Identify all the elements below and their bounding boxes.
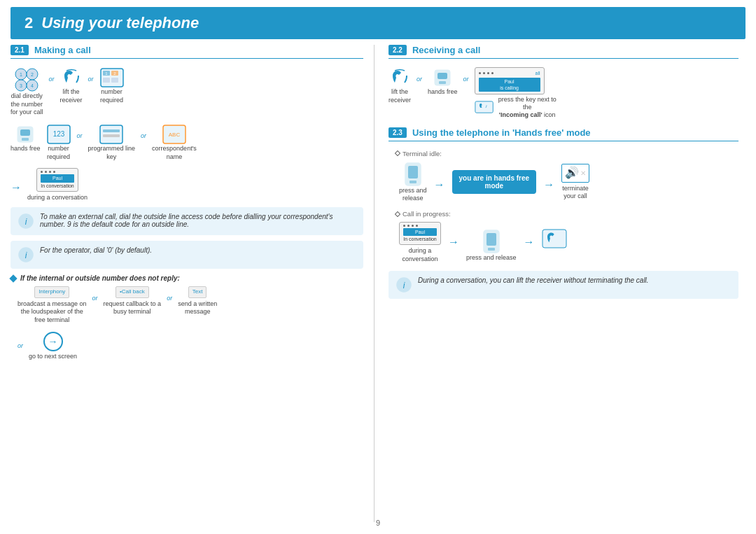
making-call-row1: 1 2 3 4 dial directly the number for you… xyxy=(10,67,363,117)
svg-rect-34 xyxy=(408,166,418,178)
hf-mode-box: you are in hands free mode xyxy=(452,170,537,194)
info-box-1: i To make an external call, dial the out… xyxy=(10,207,363,235)
svg-rect-32 xyxy=(475,101,492,113)
chapter-title: Using your telephone xyxy=(41,14,199,32)
svg-text:i: i xyxy=(25,217,27,227)
section-21-num: 2.1 xyxy=(10,45,29,55)
press-release-2-label: press and release xyxy=(466,254,517,262)
programmed-line-label: programmed line key xyxy=(88,145,136,161)
or-4: or xyxy=(141,132,146,139)
conditional-text: If the internal or outside number does n… xyxy=(20,274,180,282)
svg-rect-37 xyxy=(486,233,496,246)
hf-mode-text: you are in hands free mode xyxy=(459,174,530,190)
lift-receiver-label: lift the receiver xyxy=(60,88,83,104)
terminal-idle-text: Terminal idle: xyxy=(402,150,442,157)
section-21-header: 2.1 Making a call xyxy=(10,45,363,59)
hands-free-2-label: hands free xyxy=(428,88,458,97)
press-key-icon: all Paulis calling press the key next to… xyxy=(475,67,559,119)
section-23-header: 2.3 Using the telephone in 'Hands free' … xyxy=(388,127,738,141)
info-2-text: For the operator, dial '0' (by default). xyxy=(40,246,152,254)
section-22-num: 2.2 xyxy=(388,45,407,55)
dial-directly-label: dial directly the number for your call xyxy=(10,92,43,117)
svg-rect-39 xyxy=(542,230,566,248)
text-label: send a written message xyxy=(178,300,217,316)
or-6: or xyxy=(167,295,172,302)
lift-receiver-2-label: lift the receiver xyxy=(388,88,411,104)
hf-call-row: Paul In conversation during a conversati… xyxy=(399,222,738,264)
making-call-row2: hands free 123 number required or progra… xyxy=(10,124,363,161)
lift-receiver-icon: lift the receiver xyxy=(60,67,83,104)
chapter-number: 2 xyxy=(24,14,33,32)
call-progress-text: Call in progress: xyxy=(402,210,451,218)
svg-rect-35 xyxy=(410,181,416,183)
arrow-2: → xyxy=(434,178,445,191)
svg-rect-22 xyxy=(103,134,120,137)
hands-free-2-icon: hands free xyxy=(428,67,458,97)
terminate-label: terminate your call xyxy=(562,185,589,201)
section-23-title: Using the telephone in 'Hands free' mode xyxy=(412,127,591,138)
speaker-icon: 🔊 ✕ xyxy=(561,164,589,183)
svg-rect-16 xyxy=(20,129,30,136)
conditional-diamond xyxy=(9,274,17,282)
svg-rect-12 xyxy=(111,78,118,83)
during-conversation-2: Paul In conversation during a conversati… xyxy=(399,222,441,264)
go-next-label: go to next screen xyxy=(29,353,77,360)
info-box-2: i For the operator, dial '0' (by default… xyxy=(10,241,363,269)
svg-text:i: i xyxy=(403,281,405,290)
info-1-text: To make an external call, dial the outsi… xyxy=(40,213,356,228)
receiver-pickup-icon xyxy=(542,229,567,248)
section-22-header: 2.2 Receiving a call xyxy=(388,45,738,59)
hf-idle-row: press and release → you are in hands fre… xyxy=(399,162,738,203)
arrow-4: → xyxy=(448,236,459,248)
svg-text:3: 3 xyxy=(20,83,22,88)
section-23-num: 2.3 xyxy=(388,127,407,138)
section-21-title: Making a call xyxy=(34,45,91,55)
left-panel: 2.1 Making a call 1 2 3 4 dial directly … xyxy=(10,45,374,522)
terminal-idle-label: Terminal idle: xyxy=(396,150,738,157)
correspondent-icon: ABC correspondent's name xyxy=(152,124,197,161)
svg-rect-30 xyxy=(438,73,447,79)
or-5: or xyxy=(92,295,98,302)
number-required-icon: 1 2 number required xyxy=(99,67,125,104)
callback-button[interactable]: •Call back xyxy=(115,286,149,297)
info-3-text: During a conversation, you can lift the … xyxy=(418,276,649,284)
number-required-label: number required xyxy=(100,88,123,104)
press-release-icon: press and release xyxy=(399,162,427,203)
info-box-3: i During a conversation, you can lift th… xyxy=(388,271,738,299)
callback-label: request callback to a busy terminal xyxy=(104,300,162,316)
press-release-label: press and release xyxy=(399,187,427,203)
interphony-button[interactable]: Interphony xyxy=(34,286,69,297)
svg-rect-17 xyxy=(22,138,29,141)
call-progress-label: Call in progress: xyxy=(396,210,738,218)
right-panel: 2.2 Receiving a call lift the receiver o… xyxy=(374,45,738,522)
hands-free-label: hands free xyxy=(10,145,41,153)
go-or: or xyxy=(18,342,23,349)
hands-free-icon: hands free xyxy=(10,124,41,153)
dial-directly-icon: 1 2 3 4 dial directly the number for you… xyxy=(10,67,43,117)
during-conversation-2-label: during a conversation xyxy=(402,247,438,263)
correspondent-label: correspondent's name xyxy=(152,145,197,161)
number-required-2-label: number required xyxy=(47,145,70,161)
lift-receiver-2-icon: lift the receiver xyxy=(388,67,411,104)
svg-text:1: 1 xyxy=(20,72,22,77)
terminal-diamond xyxy=(395,150,400,156)
or-r2: or xyxy=(463,76,469,83)
interphony-icon: Interphony broadcast a message on the lo… xyxy=(18,286,87,324)
section-22-title: Receiving a call xyxy=(412,45,481,55)
svg-text:123: 123 xyxy=(52,130,64,138)
svg-text:ABC: ABC xyxy=(169,132,181,138)
svg-text:2: 2 xyxy=(31,72,34,77)
svg-text:i: i xyxy=(25,251,27,260)
go-next-screen[interactable]: → go to next screen xyxy=(29,332,77,360)
or-r1: or xyxy=(416,76,422,83)
or-3: or xyxy=(77,132,83,139)
arrow-3: → xyxy=(543,178,554,191)
receiving-row: lift the receiver or hands free or xyxy=(388,67,738,119)
during-conversation-screen: Paul In conversation during a conversati… xyxy=(27,168,88,202)
press-release-2-icon: press and release xyxy=(466,229,517,262)
svg-rect-31 xyxy=(439,81,446,84)
during-conversation-row: → Paul In conversation during a conversa… xyxy=(10,168,363,202)
interphony-label: broadcast a message on the loudspeaker o… xyxy=(18,300,87,325)
text-button[interactable]: Text xyxy=(188,286,207,297)
go-circle-icon: → xyxy=(43,332,63,351)
